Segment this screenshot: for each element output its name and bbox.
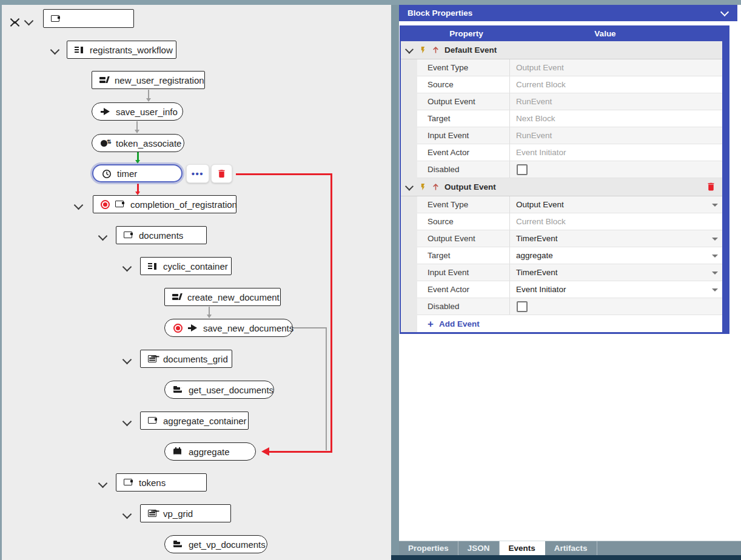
- frame-icon: [51, 15, 61, 23]
- flow-arrow-red: [135, 184, 140, 195]
- node-root[interactable]: [43, 9, 134, 28]
- tab-json[interactable]: JSON: [458, 541, 500, 555]
- chevron-down-icon[interactable]: [122, 510, 132, 519]
- property-row: Input Event TimerEvent: [417, 264, 722, 281]
- chevron-down-icon[interactable]: [50, 45, 60, 55]
- arrow-up-icon: [431, 182, 440, 192]
- connector-red-horizontal-bottom: [269, 451, 332, 453]
- chevron-down-icon[interactable]: [122, 262, 132, 272]
- property-value: RunEvent: [510, 93, 722, 110]
- send-icon: [101, 107, 110, 116]
- app-window: registrants_workflow new_user_registrati…: [0, 0, 741, 560]
- chevron-down-icon[interactable]: [122, 417, 132, 427]
- tab-properties[interactable]: Properties: [399, 541, 458, 555]
- node-label: tokens: [139, 478, 166, 488]
- panel-resizer[interactable]: [391, 5, 399, 555]
- section-title: Default Event: [444, 45, 497, 55]
- property-value: Current Block: [510, 213, 722, 230]
- node-label: new_user_registration: [115, 75, 204, 85]
- more-icon: [192, 169, 204, 178]
- node-label: get_vp_documents: [189, 539, 266, 550]
- chevron-down-icon: [712, 204, 718, 207]
- add-event-button[interactable]: Add Event: [417, 315, 729, 332]
- node-save-user-info[interactable]: save_user_info: [92, 102, 183, 121]
- node-label: registrants_workflow: [90, 45, 173, 55]
- radio-icon: [173, 324, 183, 333]
- chevron-down-icon[interactable]: [24, 16, 34, 26]
- node-new-user-registration[interactable]: new_user_registration: [92, 71, 205, 89]
- flow-arrow-green: [135, 152, 140, 164]
- chevron-down-icon[interactable]: [405, 182, 414, 190]
- chevron-down-icon[interactable]: [98, 232, 108, 241]
- property-label: Event Actor: [417, 281, 510, 298]
- chevron-down-icon[interactable]: [122, 355, 132, 365]
- more-options-button[interactable]: [186, 164, 209, 183]
- node-aggregate[interactable]: aggregate: [164, 442, 256, 461]
- collapse-all-icon[interactable]: [10, 17, 20, 29]
- delete-node-button[interactable]: [211, 164, 232, 183]
- property-value-dropdown[interactable]: Output Event: [510, 196, 722, 213]
- node-label: create_new_document: [187, 292, 280, 302]
- node-get-vp-documents[interactable]: get_vp_documents: [164, 535, 267, 553]
- grid-icon: [148, 509, 158, 518]
- node-completion-of-registration[interactable]: completion_of_registration: [93, 195, 236, 213]
- bottom-tab-bar: Properties JSON Events Artifacts: [399, 541, 741, 555]
- property-label: Input Event: [417, 127, 510, 144]
- node-label: documents: [139, 230, 183, 241]
- node-get-user-documents[interactable]: get_user_documents: [164, 381, 274, 399]
- property-row: Input Event RunEvent: [417, 127, 722, 144]
- folder-icon: [173, 385, 183, 394]
- chevron-down-icon[interactable]: [74, 201, 84, 210]
- section-default-event[interactable]: Default Event: [401, 41, 729, 59]
- frame-icon: [148, 416, 158, 425]
- disabled-checkbox[interactable]: [517, 301, 528, 312]
- property-value-dropdown[interactable]: TimerEvent: [510, 264, 722, 281]
- node-create-new-document[interactable]: create_new_document: [164, 288, 281, 306]
- disabled-checkbox[interactable]: [517, 164, 528, 175]
- grid-icon: [148, 355, 158, 363]
- chevron-down-icon[interactable]: [720, 8, 729, 16]
- node-token-associate[interactable]: token_associate: [92, 134, 184, 152]
- property-row: Event Type Output Event: [417, 59, 722, 76]
- delete-event-button[interactable]: [706, 181, 716, 194]
- panel-header[interactable]: Block Properties: [399, 5, 737, 21]
- workflow-canvas[interactable]: registrants_workflow new_user_registrati…: [2, 5, 391, 560]
- table-header: Property Value: [401, 25, 729, 41]
- node-registrants-workflow[interactable]: registrants_workflow: [67, 41, 176, 59]
- frame-icon: [115, 200, 125, 208]
- node-save-new-documents[interactable]: save_new_documents: [164, 319, 293, 337]
- connector-gray-horizontal: [293, 327, 327, 328]
- property-value-dropdown[interactable]: aggregate: [510, 247, 722, 264]
- property-label: Event Type: [417, 59, 510, 76]
- chevron-down-icon: [712, 288, 718, 292]
- chevron-down-icon[interactable]: [405, 45, 414, 53]
- tab-events[interactable]: Events: [500, 541, 545, 555]
- node-vp-grid[interactable]: vp_grid: [140, 504, 231, 522]
- node-tokens[interactable]: tokens: [116, 473, 207, 492]
- property-label: Disabled: [417, 298, 510, 315]
- table-scrollbar[interactable]: [722, 25, 729, 332]
- tab-label: Properties: [408, 544, 449, 553]
- section-output-event[interactable]: Output Event: [401, 178, 729, 196]
- property-label: Output Event: [417, 93, 510, 110]
- node-timer[interactable]: timer: [92, 164, 183, 182]
- property-value-dropdown[interactable]: Event Initiator: [510, 281, 722, 298]
- chevron-down-icon: [712, 238, 718, 241]
- node-documents[interactable]: documents: [116, 226, 207, 244]
- node-label: vp_grid: [163, 508, 193, 519]
- node-label: completion_of_registration: [130, 199, 237, 210]
- workflow-icon: [75, 45, 84, 54]
- tab-artifacts[interactable]: Artifacts: [545, 541, 597, 555]
- dropdown-value: TimerEvent: [516, 268, 558, 277]
- dropdown-value: TimerEvent: [516, 234, 558, 243]
- chevron-down-icon[interactable]: [98, 479, 108, 488]
- connector-red-vertical: [330, 173, 332, 453]
- add-event-label: Add Event: [439, 319, 480, 328]
- connector-red-horizontal-top: [236, 173, 332, 175]
- node-documents-grid[interactable]: documents_grid: [140, 350, 232, 368]
- property-row: Event Actor Event Initiator: [417, 144, 722, 161]
- section-title: Output Event: [444, 182, 496, 192]
- node-cyclic-container[interactable]: cyclic_container: [140, 257, 232, 275]
- property-value-dropdown[interactable]: TimerEvent: [510, 230, 722, 247]
- node-aggregate-container[interactable]: aggregate_container: [140, 412, 249, 430]
